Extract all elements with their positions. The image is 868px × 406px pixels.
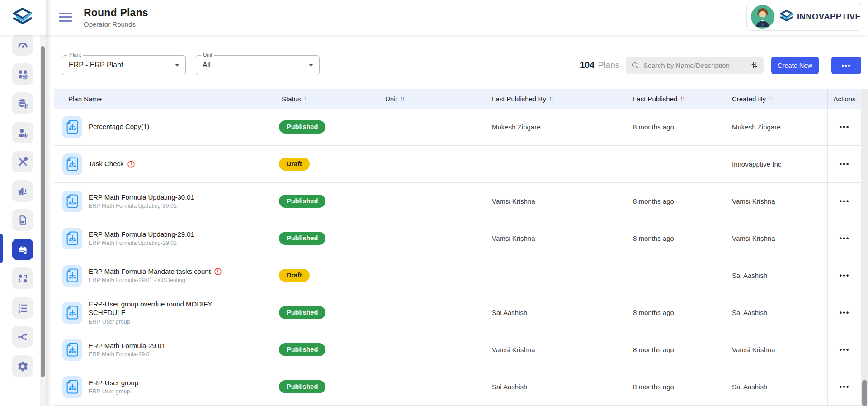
column-header-last_published[interactable]: Last Published↑↓ [629,89,728,109]
sidebar-item-user-management[interactable] [12,122,33,143]
last-published-cell: 8 months ago [629,368,728,405]
last-published-by-cell: Vamsi Krishna [488,183,629,220]
sidebar-item-dashboard[interactable] [12,34,33,56]
status-badge: Published [279,120,326,134]
last-published-cell: 8 months ago [629,331,728,368]
hardhat-icon [17,244,29,256]
table-row[interactable]: ERP-User group ERP-User group Published … [54,368,861,406]
column-label: Unit [385,95,397,103]
unit-select-label: Unit [201,52,214,57]
sidebar-item-sequence-list[interactable]: 123 [12,297,33,319]
status-badge: Published [279,195,326,208]
plan-document-icon [62,376,82,398]
menu-icon[interactable] [59,13,72,22]
created-by-cell: Mukesh Zingare [728,109,827,145]
row-actions-button[interactable]: ••• [840,346,850,354]
tune-filter-icon[interactable] [750,61,759,70]
page-scrollbar-thumb[interactable] [41,46,45,377]
brand-name: INNOVAPPTIVE [797,12,861,22]
table-row[interactable]: Percentage Copy(1) Published Mukesh Zing… [54,109,861,146]
status-badge: Published [279,343,326,357]
search-input[interactable] [643,62,746,69]
sidebar-item-sync[interactable] [12,267,33,289]
user-avatar[interactable] [750,5,775,29]
table-row[interactable]: ERP Math Formula Updating-29.01 ERP Math… [54,220,861,257]
status-badge: Published [279,232,326,245]
column-header-name: Plan Name [54,89,278,109]
sidebar-item-apps[interactable] [12,63,33,85]
unit-select-value: All [203,61,211,69]
sidebar-item-maintenance[interactable] [12,151,33,172]
table-row[interactable]: ERP Math Formula Mandate tasks count ERP… [54,257,861,294]
sidebar-item-forms[interactable] [12,209,33,231]
table-row[interactable]: ERP Math Formula-29.01 ERP Math Formula-… [54,331,861,368]
status-badge: Draft [279,158,310,171]
dropdown-arrow-icon [309,64,313,67]
created-by-cell: Vamsi Krishna [728,183,827,220]
plans-count-label: Plans [598,60,620,70]
row-actions-button[interactable]: ••• [840,272,850,280]
last-published-by-cell: Vamsi Krishna [488,331,629,368]
create-new-button[interactable]: Create New [771,57,819,74]
row-actions-button[interactable]: ••• [840,309,850,317]
actions-cell: ••• [827,146,861,182]
plant-select[interactable]: Plant ERP - ERP Plant [62,55,186,75]
profile-card[interactable]: INNOVAPPTIVE [746,3,862,31]
svg-text:3: 3 [18,309,20,313]
table-row[interactable]: Task Check Draft Innovapptive Inc ••• [54,146,861,183]
sort-icon: ↑↓ [769,96,773,102]
actions-cell: ••• [827,257,861,294]
last-published-cell [629,257,728,294]
plan-name: ERP-User group [89,379,138,387]
plan-document-icon [62,339,82,361]
status-badge: Draft [279,269,310,282]
status-badge: Published [279,380,326,394]
unit-select[interactable]: Unit All [196,55,320,75]
row-actions-button[interactable]: ••• [840,383,850,391]
table-row[interactable]: ERP-User group overdue round MODIFY SCHE… [54,294,861,331]
search-box [626,57,764,74]
plan-description: ERP Math Formula-29.01 [89,351,165,358]
search-icon [631,61,640,70]
plan-document-icon [62,153,82,175]
plans-count-number: 104 [580,60,594,70]
table-scrollbar-thumb[interactable] [862,380,867,406]
plans-count: 104 Plans [580,55,619,75]
plan-description: ERP Math Formula-29.01 - iOS testing [89,277,222,283]
last-published-cell [629,146,728,182]
row-actions-button[interactable]: ••• [840,197,850,205]
column-label: Plan Name [68,95,102,103]
active-nav-indicator [0,234,3,263]
row-actions-button[interactable]: ••• [840,160,850,168]
row-actions-button[interactable]: ••• [840,123,850,131]
column-label: Last Published [633,95,677,103]
sidebar: 123 [0,35,40,406]
plan-name-cell: ERP-User group overdue round MODIFY SCHE… [54,294,278,331]
row-actions-button[interactable]: ••• [840,234,850,243]
user-gear-icon [17,127,29,139]
actions-cell: ••• [827,220,861,257]
table-body: Percentage Copy(1) Published Mukesh Zing… [54,109,861,406]
sidebar-item-operator-rounds[interactable] [12,239,33,260]
sidebar-item-master-data[interactable] [12,92,33,114]
sort-icon: ↑↓ [680,96,684,102]
last-published-cell: 8 months ago [629,109,728,145]
sidebar-item-workflows[interactable] [12,326,33,348]
sidebar-item-settings[interactable] [12,355,33,377]
numbered-list-icon: 123 [17,302,29,314]
column-header-created_by[interactable]: Created By↑↓ [728,89,827,109]
plan-name-cell: ERP Math Formula Updating-29.01 ERP Math… [54,220,278,257]
status-cell: Published [278,294,382,331]
column-header-last_published_by[interactable]: Last Published By↑↓ [488,89,629,109]
unit-cell [382,146,488,182]
actions-cell: ••• [827,109,861,145]
table-row[interactable]: ERP Math Formula Updating-30.01 ERP Math… [54,183,861,220]
column-header-unit[interactable]: Unit↑↓ [382,89,488,109]
column-header-status[interactable]: Status↑↓ [278,89,382,109]
gauge-icon [17,39,29,51]
page-subtitle: Operator Rounds [84,20,148,28]
toolbar-more-button[interactable]: ••• [831,57,861,74]
sidebar-item-inventory[interactable] [12,180,33,202]
status-cell: Published [278,220,382,257]
last-published-by-cell [488,146,629,182]
